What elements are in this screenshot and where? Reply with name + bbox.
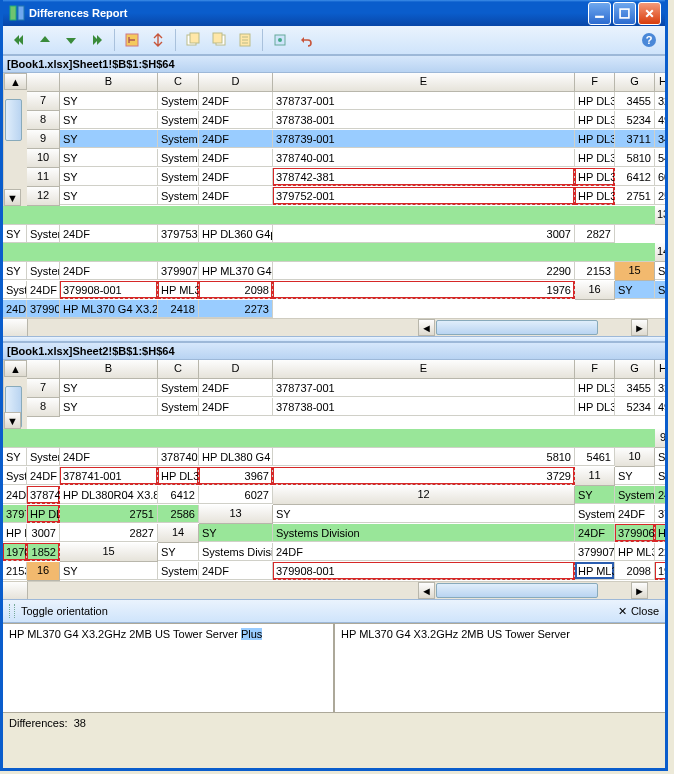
swap-panes-button[interactable]	[120, 28, 144, 52]
cell[interactable]: 379752-001	[273, 187, 575, 205]
cell[interactable]: 379753-001	[655, 505, 665, 523]
cell[interactable]: SY	[60, 562, 158, 580]
cell[interactable]: 378740-001	[158, 448, 199, 466]
copy-right-button[interactable]	[207, 28, 231, 52]
row-header[interactable]: 15	[60, 543, 158, 562]
hscroll-bottom[interactable]: ◄ ►	[3, 581, 665, 599]
cell[interactable]: 24DF	[199, 92, 273, 110]
cell[interactable]: SY	[3, 448, 27, 466]
cell[interactable]: 6412	[615, 168, 655, 186]
col-header[interactable]: H	[655, 360, 665, 379]
row-header[interactable]: 11	[575, 467, 615, 486]
row-header[interactable]: 11	[27, 168, 60, 187]
cell[interactable]: 379753-001	[158, 225, 199, 243]
cell[interactable]: SY	[199, 524, 273, 542]
cell[interactable]: 24DF	[615, 505, 655, 523]
cell[interactable]: 4920	[655, 111, 665, 129]
cell[interactable]: Systems Division	[158, 111, 199, 129]
cell[interactable]: Systems Division	[655, 467, 665, 485]
cell[interactable]: 2418	[158, 300, 199, 318]
close-detail-icon[interactable]: ✕	[618, 605, 627, 618]
cell[interactable]: 3007	[27, 524, 60, 542]
col-header[interactable]: E	[273, 360, 575, 379]
col-header[interactable]: F	[575, 73, 615, 92]
cell[interactable]: 378737-001	[273, 92, 575, 110]
cell[interactable]: SY	[655, 448, 665, 466]
col-header[interactable]: D	[199, 73, 273, 92]
cell[interactable]: 5810	[615, 149, 655, 167]
gripper-icon[interactable]	[9, 604, 15, 618]
cell[interactable]: 24DF	[199, 111, 273, 129]
cell[interactable]: 3248	[655, 379, 665, 397]
vscroll[interactable]: ▲▼	[3, 73, 27, 206]
row-header[interactable]: 7	[27, 379, 60, 398]
col-header[interactable]: G	[615, 360, 655, 379]
cell[interactable]: Systems Division	[655, 281, 665, 299]
cell[interactable]: 24DF	[199, 398, 273, 416]
cell[interactable]: 24DF	[199, 130, 273, 148]
hscroll-top[interactable]: ◄ ►	[3, 318, 665, 336]
cell[interactable]: SY	[60, 187, 158, 205]
cell[interactable]: 5234	[615, 398, 655, 416]
minimize-button[interactable]	[588, 2, 611, 25]
col-header[interactable]: H	[655, 73, 665, 92]
copy-left-button[interactable]	[181, 28, 205, 52]
titlebar[interactable]: Differences Report	[3, 0, 665, 26]
cell[interactable]: 2586	[655, 187, 665, 205]
cell[interactable]: 24DF	[60, 225, 158, 243]
prev-diff-button[interactable]	[33, 28, 57, 52]
cell[interactable]: 6027	[655, 168, 665, 186]
row-header[interactable]: 14	[655, 243, 665, 262]
cell[interactable]: Systems Division	[27, 262, 60, 280]
cell[interactable]: 3248	[655, 92, 665, 110]
cell[interactable]: HP ML370 G4 X3.0GHz 2MB US Rack Server	[615, 543, 655, 561]
cell[interactable]: 24DF	[3, 486, 27, 504]
cell[interactable]: 5810	[273, 448, 575, 466]
cell[interactable]: 24DF	[3, 300, 27, 318]
cell[interactable]: 24DF	[27, 281, 60, 299]
row-header[interactable]: 16	[27, 562, 60, 581]
cell[interactable]: 378737-001	[273, 379, 575, 397]
cell[interactable]: Systems Division	[27, 448, 60, 466]
cell[interactable]: 379752-001	[3, 505, 27, 523]
cell[interactable]: SY	[60, 168, 158, 186]
cell[interactable]: 1852	[27, 543, 60, 561]
row-header[interactable]: 8	[27, 111, 60, 130]
cell[interactable]: 379907-001	[575, 543, 615, 561]
cell[interactable]: 24DF	[273, 543, 575, 561]
cell[interactable]: 6027	[199, 486, 273, 504]
cell[interactable]: Systems Division	[158, 168, 199, 186]
cell[interactable]: HP ML370 G4 X3.0GHz 2MB US Tower Server	[655, 524, 665, 542]
cell[interactable]: 2290	[655, 543, 665, 561]
cell[interactable]: Systems Division	[199, 543, 273, 561]
cell[interactable]: 2290	[273, 262, 575, 280]
cell[interactable]: HP DL380 G4 X3.6GHz 2MB-HPM US Rack Srvr	[575, 149, 615, 167]
cell[interactable]: SY	[575, 486, 615, 504]
row-header[interactable]: 9	[27, 130, 60, 149]
row-header[interactable]: 13	[199, 505, 273, 524]
maximize-button[interactable]	[613, 2, 636, 25]
sync-scroll-button[interactable]	[146, 28, 170, 52]
cell[interactable]: SY	[60, 111, 158, 129]
row-header[interactable]: 12	[27, 187, 60, 206]
cell[interactable]: Systems Division	[158, 379, 199, 397]
cell[interactable]: Systems Division	[158, 92, 199, 110]
cell[interactable]: Systems Division	[615, 486, 655, 504]
grid-top[interactable]: BCDEFGH▲▼7SYSystems Division24DF378737-0…	[3, 73, 665, 318]
cell[interactable]: HP DL380 G4 X3.6GHz 2MB-HPM US Rack Srvr	[199, 448, 273, 466]
cell[interactable]: 3729	[273, 467, 575, 485]
cell[interactable]: 24DF	[60, 448, 158, 466]
cell[interactable]: 379906-001	[615, 524, 655, 542]
cell[interactable]: 1970	[3, 543, 27, 561]
cell[interactable]: 24DF	[199, 149, 273, 167]
cell[interactable]: Systems Division	[273, 524, 575, 542]
cell[interactable]: 6412	[158, 486, 199, 504]
row-header[interactable]: 16	[575, 281, 615, 300]
cell[interactable]: 378739-001	[273, 130, 575, 148]
cell[interactable]: 379907-001	[158, 262, 199, 280]
toggle-orientation-button[interactable]: Toggle orientation	[21, 605, 108, 617]
cell[interactable]: 3455	[615, 379, 655, 397]
cell[interactable]: 378741-001	[60, 467, 158, 485]
row-header[interactable]: 10	[615, 448, 655, 467]
cell[interactable]: HP DL380R04 X3.8/800-2M Hpm US Svr	[60, 486, 158, 504]
